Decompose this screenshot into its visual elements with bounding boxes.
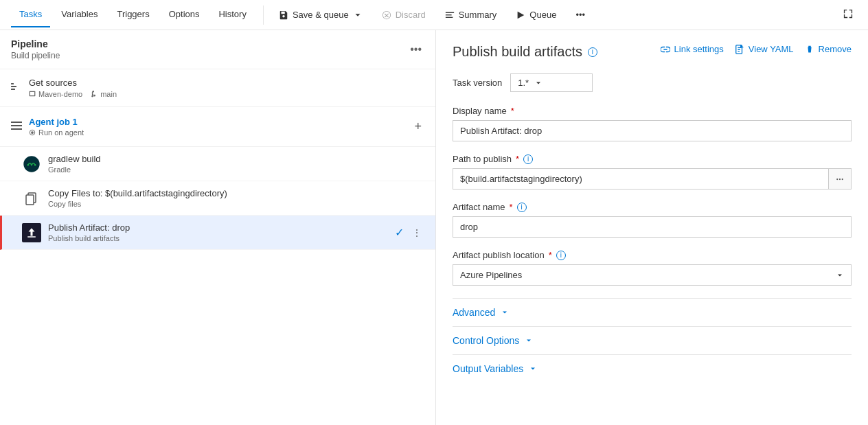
output-variables-section-header[interactable]: Output Variables (453, 354, 852, 382)
discard-icon (382, 10, 391, 20)
output-variables-chevron-icon (529, 365, 537, 373)
sources-info: Get sources Maven-demo main (29, 78, 117, 98)
svg-point-20 (839, 178, 841, 179)
path-browse-button[interactable] (828, 168, 852, 189)
queue-label: Queue (529, 10, 556, 20)
save-icon (279, 10, 288, 20)
output-variables-label: Output Variables (453, 363, 523, 374)
publish-artifact-task-name: Publish Artifact: drop (48, 222, 395, 233)
path-to-publish-input[interactable] (453, 168, 828, 189)
publish-artifact-more-button[interactable]: ⋮ (409, 226, 424, 240)
remove-button[interactable]: Remove (805, 44, 852, 54)
svg-rect-1 (446, 14, 452, 15)
gradle-icon (23, 155, 41, 173)
tab-history[interactable]: History (210, 2, 254, 27)
agent-job-title: Agent job 1 (29, 117, 84, 127)
sources-icon (11, 82, 22, 95)
expand-button[interactable] (839, 5, 857, 25)
upload-icon (25, 227, 38, 239)
display-name-field: Display name * (453, 106, 852, 141)
task-title-info-icon[interactable]: i (588, 47, 597, 57)
gradle-task-info: gradlew build Gradle (48, 154, 424, 174)
svg-point-13 (27, 164, 30, 166)
more-dots: ••• (575, 10, 585, 20)
task-header-title: Publish build artifacts i (453, 44, 597, 60)
advanced-section-header[interactable]: Advanced (453, 298, 852, 326)
agent-job-lines-icon (11, 120, 22, 133)
nav-divider (263, 5, 264, 25)
upload-icon-box (22, 223, 41, 242)
task-item-gradle[interactable]: gradlew build Gradle (0, 147, 435, 181)
more-actions-button[interactable]: ••• (569, 5, 592, 24)
artifact-location-info-icon[interactable]: i (556, 251, 566, 260)
artifact-publish-location-field: Artifact publish location * i Azure Pipe… (453, 250, 852, 286)
link-settings-button[interactable]: Link settings (661, 44, 724, 54)
artifact-publish-location-select[interactable]: Azure Pipelines (453, 264, 852, 286)
queue-button[interactable]: Queue (509, 5, 563, 24)
expand-icon (843, 9, 853, 19)
summary-button[interactable]: Summary (438, 5, 504, 24)
tab-tasks[interactable]: Tasks (11, 2, 50, 27)
svg-point-14 (34, 164, 36, 166)
path-info-icon[interactable]: i (523, 154, 533, 164)
top-nav: Tasks Variables Triggers Options History… (0, 0, 868, 30)
svg-rect-7 (11, 122, 22, 123)
version-dropdown-icon (534, 79, 542, 87)
svg-rect-16 (26, 195, 34, 205)
pipeline-header: Pipeline Build pipeline ••• (0, 30, 435, 69)
get-sources-item[interactable]: Get sources Maven-demo main (0, 69, 435, 107)
display-name-label: Display name * (453, 106, 852, 116)
artifact-location-required: * (549, 250, 552, 260)
control-options-chevron-icon (525, 336, 533, 345)
svg-rect-2 (446, 16, 453, 17)
publish-artifact-task-info: Publish Artifact: drop Publish build art… (48, 222, 395, 242)
pipeline-more-dots: ••• (410, 43, 422, 55)
advanced-label: Advanced (453, 307, 495, 318)
view-yaml-button[interactable]: View YAML (735, 44, 794, 54)
save-queue-button[interactable]: Save & queue (272, 5, 369, 24)
task-item-publish-artifact[interactable]: Publish Artifact: drop Publish build art… (0, 216, 435, 250)
left-panel: Pipeline Build pipeline ••• Get sources (0, 30, 436, 425)
path-to-publish-field: Path to publish * i (453, 154, 852, 189)
tab-triggers[interactable]: Triggers (108, 2, 157, 27)
discard-button[interactable]: Discard (375, 5, 433, 24)
advanced-chevron-icon (501, 308, 509, 317)
pipeline-more-button[interactable]: ••• (407, 41, 424, 58)
sources-repo: Maven-demo (29, 90, 82, 98)
artifact-location-value: Azure Pipelines (460, 270, 522, 280)
svg-rect-9 (11, 128, 22, 130)
nav-actions: Save & queue Discard Summary Queue ••• (272, 5, 592, 24)
tab-variables[interactable]: Variables (53, 2, 106, 27)
copy-files-task-icon (22, 189, 41, 208)
copy-files-task-name: Copy Files to: $(build.artifactstagingdi… (48, 188, 424, 198)
nav-tabs: Tasks Variables Triggers Options History (11, 2, 255, 27)
task-version-label: Task version (453, 78, 502, 88)
svg-rect-5 (11, 86, 16, 87)
pipeline-title: Pipeline (11, 38, 60, 49)
queue-icon (516, 10, 525, 20)
sources-branch: main (91, 90, 117, 98)
copy-files-task-info: Copy Files to: $(build.artifactstagingdi… (48, 188, 424, 208)
svg-rect-8 (11, 125, 22, 126)
artifact-name-info-icon[interactable]: i (517, 203, 527, 212)
artifact-name-field: Artifact name * i (453, 202, 852, 238)
gradle-task-icon (22, 154, 41, 174)
task-version-select[interactable]: 1.* (510, 73, 593, 92)
agent-job-sub: Run on agent (29, 128, 84, 137)
artifact-name-input[interactable] (453, 216, 852, 238)
summary-icon (445, 10, 455, 20)
svg-point-11 (31, 131, 34, 134)
display-name-required: * (511, 106, 514, 116)
task-header: Publish build artifacts i Link settings … (453, 44, 852, 60)
artifact-name-label: Artifact name * i (453, 202, 852, 212)
display-name-input[interactable] (453, 120, 852, 141)
svg-rect-6 (11, 89, 15, 90)
agent-job-info: Agent job 1 Run on agent (29, 117, 84, 137)
svg-point-19 (836, 178, 838, 179)
add-task-button[interactable]: + (411, 117, 424, 137)
dropdown-icon (353, 10, 363, 20)
tab-options[interactable]: Options (161, 2, 208, 27)
control-options-section-header[interactable]: Control Options (453, 326, 852, 354)
control-options-label: Control Options (453, 335, 519, 346)
task-item-copy-files[interactable]: Copy Files to: $(build.artifactstagingdi… (0, 181, 435, 216)
